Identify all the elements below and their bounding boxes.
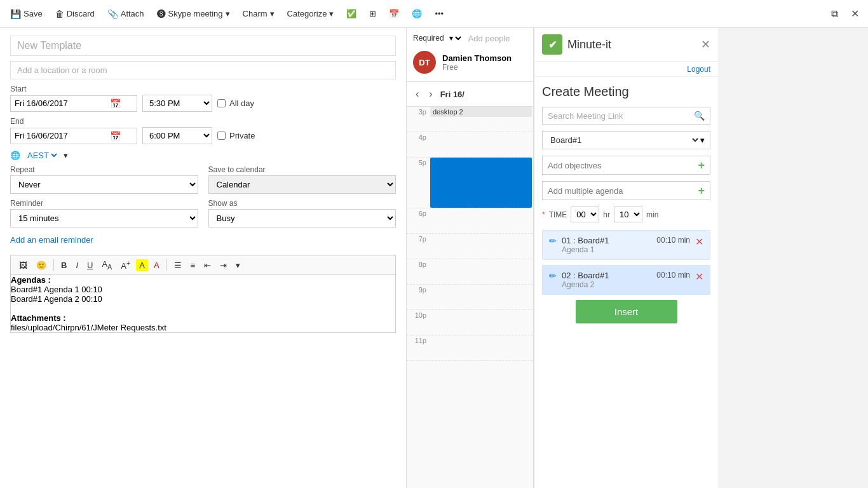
title-input[interactable] <box>10 36 396 56</box>
rte-bullet-btn[interactable]: ☰ <box>171 259 185 271</box>
categorize-button[interactable]: Categorize ▾ <box>282 6 339 21</box>
rte-outdent-btn[interactable]: ⇤ <box>201 259 214 271</box>
rte-underline-btn[interactable]: U <box>84 259 96 271</box>
agenda-item-1-time: 00:10 min <box>656 236 690 245</box>
charm-button[interactable]: Charm ▾ <box>238 6 280 21</box>
rte-emoji-btn[interactable]: 🙂 <box>33 259 50 271</box>
left-panel: Start 📅 5:30 PM All day End <box>0 28 407 488</box>
insert-button[interactable]: Insert <box>576 300 677 323</box>
rte-image-btn[interactable]: 🖼 <box>16 259 31 271</box>
objectives-input[interactable] <box>548 161 698 170</box>
agenda-item-1-delete-button[interactable]: ✕ <box>695 236 703 248</box>
agenda-item-1-edit-icon[interactable]: ✏ <box>549 236 557 246</box>
end-date-row: 📅 6:00 PM Private <box>10 127 396 144</box>
time-row: * TIME 00 hr 10 min <box>542 207 710 222</box>
cal-next-btn[interactable]: › <box>426 87 435 101</box>
checkmark-icon: ✅ <box>346 9 356 18</box>
location-field <box>10 61 396 79</box>
start-calendar-icon[interactable]: 📅 <box>110 98 121 109</box>
time-label-9p: 9p <box>407 285 429 294</box>
window-restore-button[interactable]: ⧉ <box>827 6 842 22</box>
agenda-item-1-content: 01 : Board#1 Agenda 1 <box>562 236 651 254</box>
save-to-calendar-select[interactable]: Calendar <box>208 175 397 194</box>
show-as-select[interactable]: Busy <box>208 209 397 227</box>
time-label: TIME <box>549 210 567 219</box>
start-time-select[interactable]: 5:30 PM <box>142 95 212 112</box>
agenda-item-2-delete-button[interactable]: ✕ <box>695 271 703 283</box>
email-reminder-link[interactable]: Add an email reminder <box>10 235 93 245</box>
end-date-input-wrap: 📅 <box>10 128 137 144</box>
start-date-row: 📅 5:30 PM All day <box>10 95 396 112</box>
search-meeting-input[interactable] <box>548 111 694 121</box>
timezone-select[interactable]: AEST <box>24 149 60 161</box>
window-close-button[interactable]: ✕ <box>847 5 863 22</box>
event-block-5p <box>430 158 532 208</box>
agenda-input[interactable] <box>548 186 698 196</box>
required-star: * <box>542 210 545 219</box>
end-calendar-icon[interactable]: 📅 <box>110 131 121 141</box>
agenda-item-1-sub: Agenda 1 <box>562 245 651 254</box>
rte-content-area[interactable]: Agendas : Board#1 Agenda 1 00:10 Board#1… <box>11 275 395 332</box>
private-checkbox[interactable] <box>217 132 226 140</box>
repeat-select[interactable]: Never <box>10 175 198 194</box>
time-label-3p: 3p <box>407 107 429 116</box>
desktop-label: desktop 2 <box>430 107 532 117</box>
more-button[interactable]: ••• <box>430 6 449 21</box>
rte-highlight-btn[interactable]: A <box>136 259 148 271</box>
rte-numbered-btn[interactable]: ≡ <box>187 259 199 271</box>
slot-content-8p <box>429 259 533 284</box>
save-to-calendar-col: Save to calendar Calendar <box>208 165 397 194</box>
add-objectives-button[interactable]: + <box>698 159 705 171</box>
checkmark-button[interactable]: ✅ <box>341 6 362 21</box>
globe-icon: 🌐 <box>412 9 422 18</box>
location-input[interactable] <box>10 61 396 79</box>
reminder-select[interactable]: 15 minutes <box>10 209 198 227</box>
time-label-5p: 5p <box>407 158 429 166</box>
categorize-dropdown-icon: ▾ <box>329 9 334 18</box>
agenda-list-item-1: Board#1 Agenda 1 00:10 <box>11 285 395 294</box>
globe-button[interactable]: 🌐 <box>407 6 427 21</box>
save-button[interactable]: 💾 Save <box>5 6 48 22</box>
slot-content-4p <box>429 132 533 157</box>
rte-bold-btn[interactable]: B <box>58 259 70 271</box>
board-select[interactable]: Board#1 <box>548 135 700 146</box>
start-date-input-wrap: 📅 <box>10 95 137 112</box>
rte-more-btn[interactable]: ▾ <box>233 259 243 271</box>
show-as-col: Show as Busy <box>208 199 397 227</box>
time-hr-select[interactable]: 00 <box>571 207 599 222</box>
time-slot-6p: 6p <box>407 208 533 234</box>
agenda-item-2-edit-icon[interactable]: ✏ <box>549 271 557 281</box>
calendar-time-slots: 3p desktop 2 4p 5p 6p 7p <box>407 107 533 488</box>
skype-meeting-button[interactable]: 🅢 Skype meeting ▾ <box>152 6 235 22</box>
required-dropdown[interactable]: ▾ <box>447 33 463 43</box>
end-time-select[interactable]: 6:00 PM <box>142 127 212 144</box>
rte-superscript-btn[interactable]: A+ <box>118 258 133 272</box>
time-label-6p: 6p <box>407 208 429 217</box>
end-date-input[interactable] <box>15 131 110 140</box>
discard-button[interactable]: 🗑 Discard <box>50 6 100 22</box>
grid-button[interactable]: ⊞ <box>364 6 381 21</box>
add-agenda-button[interactable]: + <box>698 185 705 196</box>
all-day-checkbox[interactable] <box>217 99 226 107</box>
rte-indent-btn[interactable]: ⇥ <box>217 259 230 271</box>
rte-color-btn[interactable]: A <box>151 259 163 271</box>
cal-prev-btn[interactable]: ‹ <box>413 87 421 101</box>
time-min-select[interactable]: 10 <box>614 207 642 222</box>
close-right-panel-button[interactable]: ✕ <box>701 37 710 51</box>
calendar-button[interactable]: 📅 <box>384 6 404 21</box>
create-meeting-title: Create Meeting <box>542 85 710 99</box>
add-people-input[interactable] <box>468 34 534 43</box>
rte-italic-btn[interactable]: I <box>72 259 81 271</box>
search-icon: 🔍 <box>694 111 705 121</box>
minute-logo: ✔ <box>542 34 562 55</box>
attach-button[interactable]: 📎 Attach <box>102 6 149 22</box>
charm-dropdown-icon: ▾ <box>270 9 275 18</box>
grid-icon: ⊞ <box>369 9 376 18</box>
logout-link[interactable]: Logout <box>687 65 710 74</box>
time-slot-10p: 10p <box>407 310 533 336</box>
rte-font-size-btn[interactable]: AA <box>98 258 115 272</box>
start-date-input[interactable] <box>15 98 110 108</box>
slot-content-7p <box>429 234 533 259</box>
more-icon: ••• <box>435 9 444 18</box>
start-label: Start <box>10 85 396 93</box>
